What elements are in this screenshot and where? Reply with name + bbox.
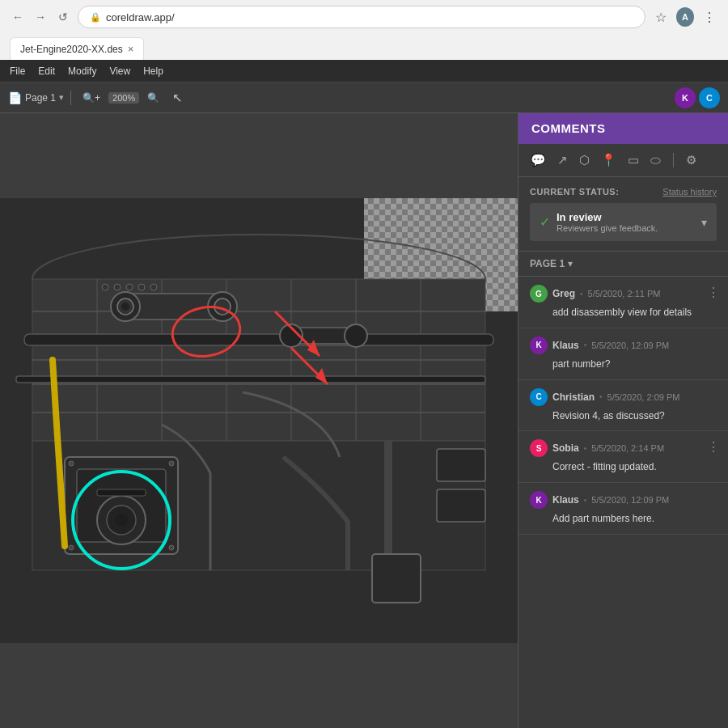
status-desc: Reviewers give feedback. [557,223,658,233]
comment-menu-button[interactable]: ⋮ [707,439,720,455]
comment-chat-tool[interactable]: 💬 [528,150,548,170]
app-container: File Edit Modify View Help 📄 Page 1 ▾ 🔍+… [0,60,728,728]
tab-label: Jet-Engine2020-XX.des [20,44,123,55]
comments-header: COMMENTS [518,113,728,144]
comment-author: Sobia [552,442,579,454]
comment-settings-tool[interactable]: ⚙ [684,150,699,170]
comment-text: Correct - fitting updated. [552,460,717,474]
comment-menu-button[interactable]: ⋮ [707,285,720,300]
menu-bar: File Edit Modify View Help [0,60,728,83]
star-button[interactable]: ☆ [652,8,670,26]
page-dropdown-arrow[interactable]: ▾ [59,92,64,103]
page-section-dropdown[interactable]: ▾ [568,258,573,269]
comment-ellipse-tool[interactable]: ⬭ [648,150,663,170]
engine-drawing [0,113,518,728]
comment-arrow-tool[interactable]: ↗ [555,150,570,170]
comment-avatar-klaus: K [530,336,548,354]
svg-point-38 [102,284,108,290]
current-status-label: CURRENT STATUS: [530,187,619,197]
svg-point-53 [69,545,74,550]
status-section: CURRENT STATUS: Status history ✓ In revi… [518,177,728,252]
back-button[interactable]: ← [10,9,26,25]
canvas-area[interactable] [0,113,518,728]
address-bar[interactable]: 🔒 coreldraw.app/ [78,6,645,28]
toolbar-separator [70,91,71,105]
svg-point-40 [126,284,133,290]
svg-point-41 [138,284,145,290]
comment-header: K Klaus • 5/5/2020, 12:09 PM [530,336,717,354]
comment-lasso-tool[interactable]: ⬡ [577,150,592,170]
comment-text: Revision 4, as discussed? [552,409,717,423]
tab-close-button[interactable]: × [128,43,134,55]
select-tool-button[interactable]: ↖ [167,88,188,108]
status-label-row: CURRENT STATUS: Status history [530,187,717,197]
comment-time: 5/5/2020, 12:09 PM [591,495,669,505]
zoom-out-button[interactable]: 🔍 [142,90,164,106]
comment-avatar-sobia: S [530,439,548,457]
forward-button[interactable]: → [32,9,49,25]
svg-rect-49 [437,449,485,481]
tab-bar: Jet-Engine2020-XX.des × [0,34,728,60]
comment-item: K Klaus • 5/5/2020, 12:09 PM part number… [518,328,728,380]
comment-author: Klaus [552,340,579,351]
toolbar-page-icon: 📄 [8,91,22,104]
comment-header: S Sobia • 5/5/2020, 2:14 PM [530,439,717,457]
more-button[interactable]: ⋮ [700,8,718,26]
toolbar-page-group: 📄 Page 1 ▾ 🔍+ 200% 🔍 ↖ [8,88,188,108]
menu-file[interactable]: File [10,66,25,77]
svg-point-36 [345,324,367,347]
user-avatar-c: C [699,87,720,108]
comment-item: S Sobia • 5/5/2020, 2:14 PM Correct - fi… [518,431,728,483]
status-info: In review Reviewers give feedback. [557,211,658,233]
user-avatar-k: K [675,87,696,108]
menu-view[interactable]: View [109,66,130,77]
comment-item: K Klaus • 5/5/2020, 12:09 PM Add part nu… [518,483,728,535]
comment-time: 5/5/2020, 12:09 PM [591,341,669,350]
comment-pin-tool[interactable]: 📍 [599,150,619,170]
profile-button[interactable]: A [676,8,694,26]
svg-point-52 [169,461,174,466]
comment-item: G Greg • 5/5/2020, 2:11 PM add disassemb… [518,277,728,328]
comment-dot: • [584,496,587,505]
comment-header: K Klaus • 5/5/2020, 12:09 PM [530,491,717,509]
status-name: In review [557,211,658,223]
right-panel: COMMENTS 💬 ↗ ⬡ 📍 ▭ ⬭ ⚙ CURRENT STATUS: [518,113,728,728]
status-history-link[interactable]: Status history [662,187,717,197]
page-section-label: PAGE 1 [530,258,565,269]
comment-avatar-christian: C [530,388,548,406]
status-check-icon: ✓ [540,214,550,230]
refresh-button[interactable]: ↺ [55,9,71,25]
page-indicator: Page 1 [25,92,56,104]
svg-point-42 [150,284,157,290]
comment-item: C Christian • 5/5/2020, 2:09 PM Revision… [518,380,728,432]
svg-rect-33 [97,489,146,496]
svg-rect-26 [16,376,485,383]
zoom-level: 200% [108,92,139,104]
comment-author: Christian [552,392,595,403]
active-tab[interactable]: Jet-Engine2020-XX.des × [10,37,144,60]
tool-separator [673,153,674,167]
url-text: coreldraw.app/ [106,11,633,23]
browser-top-bar: ← → ↺ 🔒 coreldraw.app/ ☆ A ⋮ [0,0,728,34]
comment-time: 5/5/2020, 2:09 PM [607,392,680,402]
comment-rect-tool[interactable]: ▭ [625,150,641,170]
comment-text: add disassembly view for details [552,306,717,320]
user-avatars: K C [675,87,720,108]
comment-header: G Greg • 5/5/2020, 2:11 PM [530,285,717,303]
status-box[interactable]: ✓ In review Reviewers give feedback. ▾ [530,203,717,241]
menu-edit[interactable]: Edit [38,66,55,77]
menu-modify[interactable]: Modify [68,66,96,77]
main-content: COMMENTS 💬 ↗ ⬡ 📍 ▭ ⬭ ⚙ CURRENT STATUS: [0,113,728,728]
comments-title: COMMENTS [531,121,606,135]
toolbar: 📄 Page 1 ▾ 🔍+ 200% 🔍 ↖ K C [0,83,728,113]
menu-help[interactable]: Help [143,66,163,77]
svg-rect-25 [24,334,493,345]
svg-rect-50 [437,489,485,522]
comment-dot: • [584,341,587,349]
svg-point-22 [121,303,129,311]
comments-list[interactable]: G Greg • 5/5/2020, 2:11 PM add disassemb… [518,277,728,728]
comment-time: 5/5/2020, 2:14 PM [591,443,664,453]
status-dropdown-arrow[interactable]: ▾ [701,216,707,229]
comment-text: Add part numbers here. [552,512,717,526]
zoom-in-button[interactable]: 🔍+ [78,90,105,106]
